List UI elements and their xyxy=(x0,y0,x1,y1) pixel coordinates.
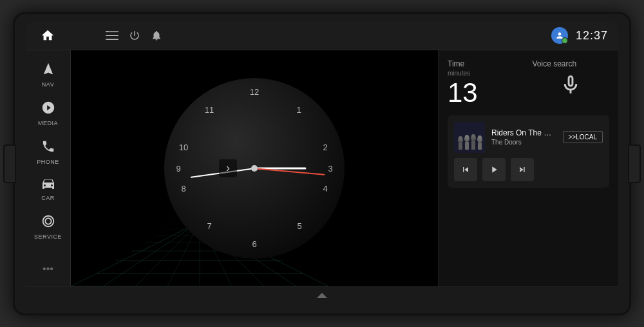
media-icon xyxy=(41,101,55,118)
svg-rect-3 xyxy=(108,31,118,32)
svg-point-36 xyxy=(459,136,462,140)
more-button[interactable]: ••• xyxy=(37,258,59,280)
clock-time: 12:37 xyxy=(576,29,608,43)
menu-icon[interactable] xyxy=(106,31,118,40)
svg-text:4: 4 xyxy=(323,184,327,193)
svg-rect-35 xyxy=(459,143,462,150)
next-button[interactable] xyxy=(511,158,534,181)
phone-label: PHONE xyxy=(37,159,59,165)
user-avatar[interactable] xyxy=(551,27,568,44)
right-panel: Time minutes 13 Voice search xyxy=(438,50,618,286)
expand-button[interactable]: › xyxy=(219,159,237,177)
device-frame: 12:37 NAV xyxy=(13,12,631,315)
svg-text:6: 6 xyxy=(252,239,256,249)
time-subtitle: minutes xyxy=(448,70,525,77)
svg-point-42 xyxy=(471,134,475,138)
svg-text:1: 1 xyxy=(296,105,301,115)
music-info: Riders On The Storm The Doors >>LOCAL xyxy=(454,122,603,153)
album-art-svg xyxy=(454,122,485,153)
time-title: Time xyxy=(448,59,525,68)
svg-rect-1 xyxy=(106,35,118,36)
prev-button[interactable] xyxy=(454,158,477,181)
artist-name: The Doors xyxy=(491,139,556,146)
svg-text:3: 3 xyxy=(328,164,332,173)
album-art-inner xyxy=(454,122,485,153)
main-content: NAV MEDIA xyxy=(26,50,618,286)
mount-left xyxy=(3,144,16,183)
home-button[interactable] xyxy=(36,24,59,47)
music-text: Riders On The Storm The Doors xyxy=(491,128,556,146)
clock-center-dot xyxy=(251,165,258,172)
sidebar: NAV MEDIA xyxy=(26,50,71,286)
car-label: CAR xyxy=(41,195,55,201)
top-bar: 12:37 xyxy=(26,22,618,50)
sidebar-item-phone[interactable]: PHONE xyxy=(28,134,69,170)
sidebar-item-nav[interactable]: NAV xyxy=(28,57,69,93)
voice-title: Voice search xyxy=(533,59,577,68)
service-icon xyxy=(41,214,55,232)
voice-box: Voice search xyxy=(533,59,610,108)
time-box: Time minutes 13 xyxy=(448,59,525,108)
top-bar-icons xyxy=(106,30,162,41)
sidebar-item-service[interactable]: SERVICE xyxy=(28,209,69,245)
svg-text:2: 2 xyxy=(323,143,327,152)
svg-text:12: 12 xyxy=(250,87,259,97)
top-bar-right: 12:37 xyxy=(551,27,608,44)
chevron-up-icon[interactable] xyxy=(316,291,328,301)
sidebar-item-car[interactable]: CAR xyxy=(28,173,69,206)
svg-rect-44 xyxy=(478,143,482,150)
spacer xyxy=(448,195,609,277)
screen: 12:37 NAV xyxy=(26,22,618,306)
mount-right xyxy=(628,144,641,183)
power-icon[interactable] xyxy=(129,30,140,41)
svg-rect-2 xyxy=(106,39,118,40)
bell-icon[interactable] xyxy=(151,30,162,41)
album-art xyxy=(454,122,485,153)
svg-text:5: 5 xyxy=(297,221,301,231)
svg-text:8: 8 xyxy=(181,184,185,193)
nav-icon xyxy=(41,62,55,79)
clock-area: 12 1 2 3 4 5 6 7 8 9 10 11 xyxy=(71,50,438,286)
svg-point-39 xyxy=(465,135,469,139)
service-label: SERVICE xyxy=(34,233,62,240)
analog-clock: 12 1 2 3 4 5 6 7 8 9 10 11 xyxy=(164,78,345,259)
mic-icon[interactable] xyxy=(559,74,582,108)
svg-point-45 xyxy=(478,135,482,139)
car-icon xyxy=(41,178,56,193)
media-label: MEDIA xyxy=(38,120,58,126)
bottom-bar xyxy=(26,286,618,306)
music-controls xyxy=(454,158,603,181)
music-player: Riders On The Storm The Doors >>LOCAL xyxy=(448,115,609,188)
svg-text:10: 10 xyxy=(179,143,188,152)
nav-label: NAV xyxy=(42,81,54,88)
song-title: Riders On The Storm xyxy=(491,128,556,137)
phone-icon xyxy=(41,139,55,157)
local-button[interactable]: >>LOCAL xyxy=(563,131,603,143)
svg-rect-38 xyxy=(465,142,469,150)
svg-text:7: 7 xyxy=(207,221,211,231)
info-row: Time minutes 13 Voice search xyxy=(448,59,609,108)
clock-face: 12 1 2 3 4 5 6 7 8 9 10 11 xyxy=(164,78,345,259)
play-button[interactable] xyxy=(482,158,506,181)
sidebar-item-media[interactable]: MEDIA xyxy=(28,95,69,132)
svg-rect-41 xyxy=(471,141,475,150)
svg-text:9: 9 xyxy=(176,164,180,173)
time-value: 13 xyxy=(448,79,525,106)
svg-text:11: 11 xyxy=(205,105,214,115)
